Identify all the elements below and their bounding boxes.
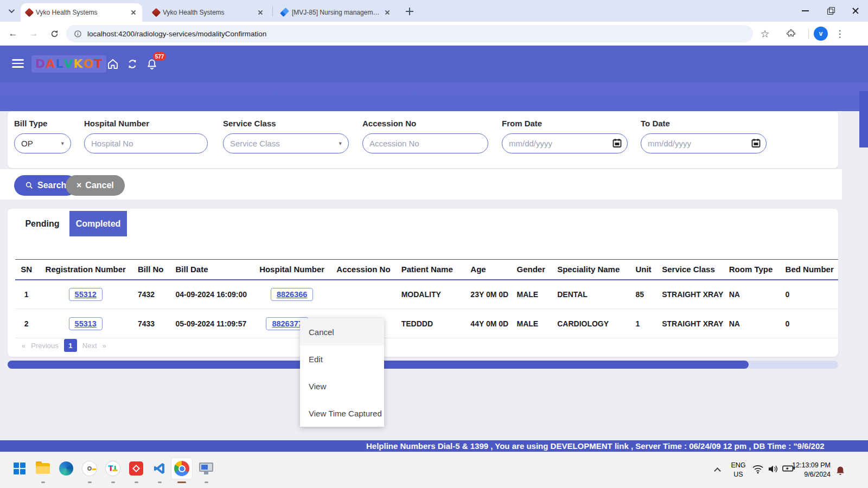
page-number[interactable]: 1 xyxy=(64,339,77,352)
results-tabs: Pending Completed xyxy=(15,211,127,236)
hamburger-icon[interactable] xyxy=(12,59,24,68)
file-explorer-icon[interactable] xyxy=(32,458,54,479)
sync-icon[interactable] xyxy=(126,57,140,72)
volume-icon[interactable] xyxy=(767,464,779,476)
accession-no-input[interactable] xyxy=(369,139,481,148)
red-app-icon[interactable] xyxy=(125,458,147,479)
divider xyxy=(808,28,809,39)
helpline-text: Helpline Numbers Dial-5 & 1399 , You are… xyxy=(366,441,825,451)
edge-icon[interactable] xyxy=(55,458,77,479)
pagination: « Previous 1 Next » xyxy=(22,339,106,352)
cell-bill-date: 05-09-2024 11:09:57 xyxy=(171,309,252,338)
filter-card: Bill Type OP ▾ Hospital Number Service C… xyxy=(8,111,838,168)
new-tab-icon[interactable] xyxy=(404,6,415,17)
cell-patient-name: TEDDDD xyxy=(397,309,467,338)
context-menu-item-cancel[interactable]: Cancel xyxy=(300,318,384,345)
browser-tab-1[interactable]: Vyko Health Systems xyxy=(21,3,142,22)
chrome-icon[interactable] xyxy=(171,458,193,479)
row-context-menu: Cancel Edit View View Time Captured xyxy=(300,318,384,427)
bookmark-star-icon[interactable]: ☆ xyxy=(758,27,771,40)
browser-tab-strip: Vyko Health Systems Vyko Health Systems … xyxy=(0,0,868,22)
filter-label: Accession No xyxy=(362,119,488,128)
minimize-icon[interactable] xyxy=(793,0,818,22)
calendar-icon[interactable] xyxy=(612,138,622,150)
search-icon xyxy=(25,181,34,190)
filter-label: Hospital Number xyxy=(84,119,208,128)
extensions-puzzle-icon[interactable] xyxy=(784,27,797,40)
bell-icon[interactable]: 577 xyxy=(145,57,159,72)
close-icon[interactable] xyxy=(843,0,868,22)
vertical-scrollbar-thumb[interactable] xyxy=(859,91,868,147)
col-bill-no: Bill No xyxy=(133,260,171,280)
tray-bell-icon[interactable] xyxy=(835,465,845,478)
wifi-icon[interactable] xyxy=(752,464,764,476)
browser-tab-3[interactable]: [MVJ-85] Nursing management xyxy=(276,3,396,22)
logo-letter: D xyxy=(35,58,46,70)
registration-link[interactable]: 55313 xyxy=(69,317,103,330)
col-hospital-number: Hospital Number xyxy=(252,260,332,280)
page-title-band: Modality Confirmation xyxy=(0,82,868,111)
vyko-favicon xyxy=(152,8,161,17)
vscode-icon[interactable] xyxy=(149,458,170,479)
running-indicator xyxy=(88,481,92,483)
logo-letter: K xyxy=(73,58,83,70)
language-switcher[interactable]: ENG US xyxy=(729,461,748,479)
tab-search-chevron-icon[interactable] xyxy=(4,5,17,17)
next-button[interactable]: Next xyxy=(82,342,97,350)
vyko-favicon xyxy=(25,8,34,17)
col-bed-number: Bed Number xyxy=(781,260,838,280)
cell-unit: 1 xyxy=(631,309,658,338)
taskbar-clock[interactable]: 12:13:09 PM 9/6/2024 xyxy=(789,461,831,479)
cell-gender: MALE xyxy=(512,280,553,309)
cell-age: 44Y 0M 0D xyxy=(466,309,512,338)
browser-tab-2[interactable]: Vyko Health Systems xyxy=(148,3,269,22)
table-header-row: SN Registration Number Bill No Bill Date… xyxy=(15,260,838,280)
close-icon[interactable] xyxy=(383,8,392,17)
context-menu-item-view[interactable]: View xyxy=(300,373,384,400)
notification-badge: 577 xyxy=(153,52,166,61)
restore-icon[interactable] xyxy=(818,0,843,22)
logo-letter: A xyxy=(46,58,55,70)
results-card: Pending Completed SN Registration Number… xyxy=(8,209,838,357)
tray-expand-icon[interactable] xyxy=(714,467,721,474)
cell-bed-number: 0 xyxy=(781,280,838,309)
previous-button[interactable]: Previous xyxy=(31,342,59,350)
tab-pending[interactable]: Pending xyxy=(15,211,69,236)
menu-kebab-icon[interactable]: ⋮ xyxy=(833,27,846,40)
app-logo[interactable]: D A L V K O T xyxy=(31,55,106,73)
chevron-down-icon: ▾ xyxy=(61,140,64,147)
bill-type-select[interactable]: OP ▾ xyxy=(14,133,71,153)
tab-completed[interactable]: Completed xyxy=(69,211,127,236)
hospital-number-input[interactable] xyxy=(91,139,201,148)
start-button[interactable] xyxy=(9,458,30,479)
close-icon[interactable] xyxy=(129,8,138,17)
from-date-input[interactable]: mm/dd/yyyy xyxy=(502,133,628,153)
search-button-label: Search xyxy=(37,181,66,190)
context-menu-item-edit[interactable]: Edit xyxy=(300,345,384,373)
logo-letter: O xyxy=(83,58,94,70)
slack-icon[interactable] xyxy=(102,458,124,479)
jira-favicon xyxy=(281,9,289,16)
running-indicator xyxy=(205,481,208,483)
forward-icon[interactable]: → xyxy=(27,27,40,40)
cancel-button[interactable]: × Cancel xyxy=(66,175,125,196)
remote-desktop-icon[interactable] xyxy=(195,458,217,479)
to-date-input[interactable]: mm/dd/yyyy xyxy=(641,133,767,153)
context-menu-item-view-time-captured[interactable]: View Time Captured xyxy=(300,400,384,427)
close-icon[interactable] xyxy=(256,8,265,17)
reload-icon[interactable] xyxy=(48,27,61,40)
home-icon[interactable] xyxy=(106,57,120,72)
hospital-number-link[interactable]: 8826366 xyxy=(271,288,313,301)
registration-link[interactable]: 55312 xyxy=(69,288,103,301)
logo-letter: L xyxy=(55,58,63,70)
key-app-icon[interactable] xyxy=(79,458,100,479)
browser-profile-avatar[interactable]: v xyxy=(814,27,828,41)
back-icon[interactable]: ← xyxy=(7,27,20,40)
horizontal-scrollbar-track[interactable] xyxy=(8,361,838,369)
hospital-number-field-wrap xyxy=(84,133,208,153)
service-class-select[interactable]: Service Class ▾ xyxy=(223,133,349,153)
filter-label: From Date xyxy=(502,119,628,128)
url-bar[interactable]: localhost:4200/radiology-services/modali… xyxy=(66,25,753,42)
calendar-icon[interactable] xyxy=(751,138,761,150)
info-icon[interactable] xyxy=(74,30,82,38)
